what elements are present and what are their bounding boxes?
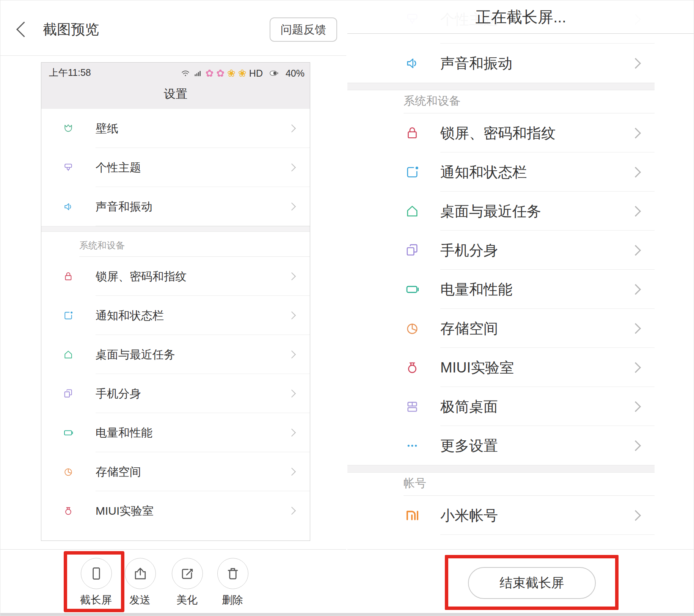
item-label: 桌面与最近任务: [440, 201, 541, 221]
signal-icon: [193, 68, 203, 78]
settings-item-milogo[interactable]: 小米帐号: [347, 496, 655, 535]
lab-icon: [63, 505, 74, 517]
chevron-right-icon: [630, 245, 641, 255]
chevron-right-icon: [630, 401, 641, 412]
chevron-right-icon: [630, 510, 641, 520]
screenshot-composite: 截图预览 问题反馈 上午11:58 ✿✿❀❀HD40% 设置 壁纸 个性主题: [0, 0, 694, 616]
chevron-right-icon: [630, 58, 641, 68]
lab-icon: [404, 360, 420, 376]
notification-icon: [404, 164, 420, 180]
settings-item-clone[interactable]: 手机分身: [41, 374, 310, 413]
item-label: 存储空间: [96, 464, 141, 479]
chevron-right-icon: [288, 311, 296, 319]
highlight-box-end-button: [445, 555, 619, 610]
item-label: 手机分身: [440, 240, 498, 260]
settings-item-lab[interactable]: MIUI实验室: [347, 348, 655, 387]
spacer: [347, 34, 655, 44]
section-band: [347, 83, 655, 90]
wifi-icon: [181, 68, 190, 78]
storage-icon: [63, 466, 74, 478]
right-panel: 个性主题 声音和振动 系统和设备 锁屏、密码和指纹 通知和状态栏: [347, 0, 694, 616]
item-label: 声音和振动: [96, 199, 152, 214]
item-label: 手机分身: [96, 386, 141, 401]
item-label: 更多设置: [440, 436, 498, 455]
section-label: 系统和设备: [347, 90, 655, 113]
chevron-right-icon: [288, 124, 296, 132]
chevron-right-icon: [630, 323, 641, 333]
section-label: 系统和设备: [41, 232, 310, 257]
chevron-right-icon: [630, 127, 641, 138]
theme-icon: [63, 162, 74, 173]
settings-item-home[interactable]: 桌面与最近任务: [347, 192, 655, 231]
item-label: 壁纸: [96, 121, 118, 136]
battery-percent: 40%: [286, 68, 305, 79]
chevron-right-icon: [288, 506, 296, 514]
share-icon: [132, 565, 149, 582]
more-icon: [404, 438, 420, 454]
toolbar-divider: [0, 549, 346, 550]
settings-item-sound[interactable]: 声音和振动: [347, 44, 655, 83]
beautify-button[interactable]: [172, 558, 203, 589]
battery-icon: [404, 281, 420, 297]
settings-item-notification[interactable]: 通知和状态栏: [347, 152, 655, 192]
chevron-right-icon: [630, 362, 641, 372]
item-label: 小米帐号: [440, 506, 498, 525]
flower-emoji: ✿: [206, 68, 214, 78]
item-label: 极简桌面: [440, 397, 498, 416]
chevron-right-icon: [288, 428, 296, 436]
screenshot-thumbnail[interactable]: 上午11:58 ✿✿❀❀HD40% 设置 壁纸 个性主题: [41, 62, 310, 541]
battery-toggle-icon: [265, 69, 283, 78]
beautify-icon: [179, 565, 196, 582]
trash-button[interactable]: [217, 558, 248, 589]
settings-item-minimal[interactable]: 极简桌面: [347, 387, 655, 426]
back-chevron-icon[interactable]: [16, 22, 32, 37]
chevron-right-icon: [288, 272, 296, 280]
settings-item-lock[interactable]: 锁屏、密码和指纹: [41, 257, 310, 296]
milogo-icon: [404, 508, 420, 523]
scrolling-capture-overlay: 正在截长屏...: [347, 0, 694, 34]
settings-item-battery[interactable]: 电量和性能: [41, 413, 310, 452]
section-label: 帐号: [347, 473, 655, 496]
feedback-button[interactable]: 问题反馈: [270, 17, 337, 42]
home-icon: [404, 203, 420, 219]
settings-item-lock[interactable]: 锁屏、密码和指纹: [347, 113, 655, 152]
item-label: 个性主题: [96, 160, 141, 175]
settings-item-home[interactable]: 桌面与最近任务: [41, 335, 310, 374]
clone-icon: [63, 388, 74, 399]
header-divider: [0, 55, 346, 56]
settings-item-notification[interactable]: 通知和状态栏: [41, 296, 310, 335]
chevron-right-icon: [630, 284, 641, 294]
settings-item-storage[interactable]: 存储空间: [41, 452, 310, 491]
chevron-right-icon: [630, 440, 641, 451]
wallpaper-icon: [63, 123, 74, 134]
flower-emoji: ❀: [238, 68, 247, 78]
sound-icon: [63, 201, 74, 212]
settings-item-clone[interactable]: 手机分身: [347, 231, 655, 270]
settings-item-lab[interactable]: MIUI实验室: [41, 491, 310, 530]
highlight-box-longshot: [64, 551, 124, 612]
settings-item-storage[interactable]: 存储空间: [347, 309, 655, 348]
flower-emoji: ✿: [216, 68, 225, 78]
settings-title: 设置: [41, 86, 310, 102]
share-button[interactable]: [125, 558, 156, 589]
settings-item-theme[interactable]: 个性主题: [41, 148, 310, 187]
lock-icon: [63, 271, 74, 282]
section-band: [347, 465, 655, 473]
settings-item-more[interactable]: 更多设置: [347, 426, 655, 465]
settings-item-battery[interactable]: 电量和性能: [347, 270, 655, 309]
item-label: 电量和性能: [440, 280, 512, 299]
item-label: 桌面与最近任务: [96, 347, 175, 362]
scrolling-capture-title: 正在截长屏...: [347, 0, 694, 34]
item-label: 通知和状态栏: [96, 308, 164, 323]
chevron-right-icon: [288, 389, 296, 397]
page-title: 截图预览: [43, 20, 99, 39]
home-icon: [63, 349, 74, 360]
settings-item-sound[interactable]: 声音和振动: [41, 187, 310, 226]
item-label: 存储空间: [440, 319, 498, 338]
thumbnail-statusbar: 上午11:58 ✿✿❀❀HD40% 设置: [41, 63, 310, 109]
chevron-right-icon: [288, 467, 296, 475]
item-label: 通知和状态栏: [440, 162, 527, 182]
bottom-edge: [0, 613, 694, 616]
item-label: MIUI实验室: [440, 358, 514, 377]
settings-item-wallpaper[interactable]: 壁纸: [41, 109, 310, 148]
